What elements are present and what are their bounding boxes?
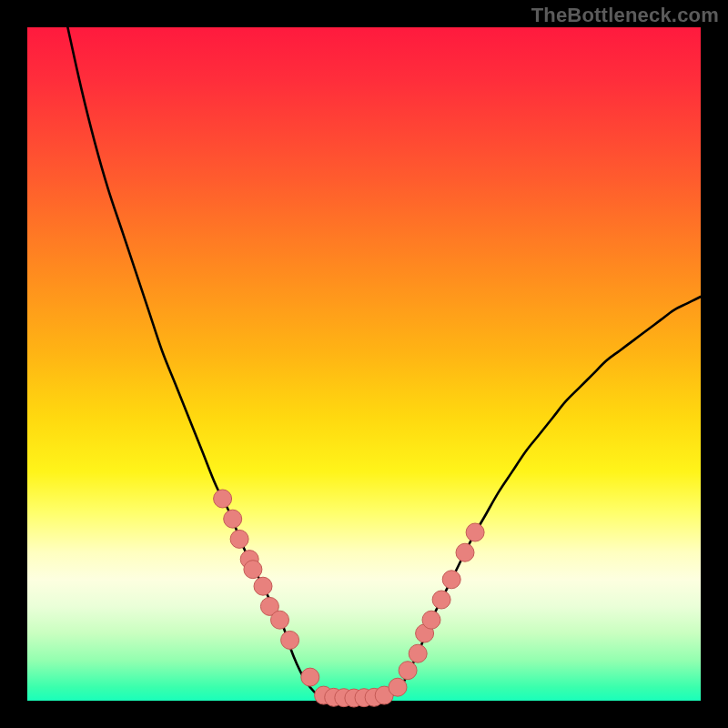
data-marker [271,611,289,629]
data-marker [214,490,232,508]
data-marker [244,561,262,579]
data-marker [224,510,242,528]
data-marker [409,644,427,662]
marker-layer [214,490,484,707]
line-layer [67,27,701,699]
data-marker [466,523,484,541]
data-marker [442,571,460,589]
data-marker [432,591,450,609]
data-marker [456,543,474,561]
data-marker [281,631,299,649]
data-marker [230,530,248,548]
chart-stage: TheBottleneck.com [0,0,728,728]
data-marker [422,611,440,629]
data-marker [389,678,407,696]
data-marker [399,662,417,680]
chart-svg [27,27,701,701]
data-marker [301,668,319,686]
plot-area [27,27,701,701]
bottleneck-curve [67,27,701,699]
data-marker [254,577,272,595]
watermark-text: TheBottleneck.com [531,4,719,27]
